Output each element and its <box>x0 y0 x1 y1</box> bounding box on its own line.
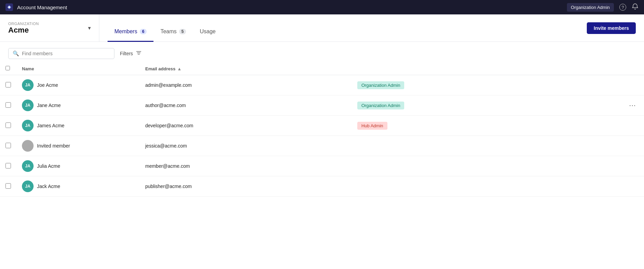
table-row: JAJack Acmepublisher@acme.com <box>0 176 644 197</box>
row-name-cell: JAJoe Acme <box>16 75 140 95</box>
table-row: JAJames Acmedeveloper@acme.comHub Admin <box>0 116 644 136</box>
col-header-role <box>352 62 560 75</box>
help-icon: ? <box>619 4 626 11</box>
search-input[interactable] <box>22 51 110 56</box>
row-badge-cell <box>352 156 560 176</box>
row-badge-cell <box>352 176 560 197</box>
member-name: James Acme <box>37 123 64 128</box>
row-checkbox[interactable] <box>5 143 11 148</box>
app-logo <box>5 3 13 11</box>
filters-label-text: Filters <box>120 51 133 56</box>
app-title: Account Management <box>17 4 67 10</box>
row-checkbox[interactable] <box>5 82 11 87</box>
avatar: JA <box>22 160 34 172</box>
sort-icon: ▲ <box>177 66 182 71</box>
row-checkbox-cell <box>0 116 16 136</box>
tab-members-label: Members <box>114 28 137 35</box>
row-email-cell: developer@acme.com <box>140 116 352 136</box>
org-selector[interactable]: Organization Acme ▾ <box>0 14 99 42</box>
avatar: JA <box>22 120 34 131</box>
avatar <box>22 140 34 152</box>
row-name-cell: JAJane Acme <box>16 95 140 116</box>
table-row: JAJane Acmeauthor@acme.comOrganization A… <box>0 95 644 116</box>
org-info: Organization Acme <box>8 22 39 35</box>
chevron-down-icon: ▾ <box>88 25 91 31</box>
search-box: 🔍 <box>8 48 114 59</box>
notifications-button[interactable] <box>632 3 639 12</box>
row-badge-cell <box>352 136 560 156</box>
org-name: Acme <box>8 26 39 35</box>
row-actions-cell <box>560 75 644 95</box>
row-checkbox-cell <box>0 95 16 116</box>
members-table: Name Email address ▲ JAJoe Acmeadmin@exa… <box>0 62 644 197</box>
row-name-cell: Invited member <box>16 136 140 156</box>
row-checkbox-cell <box>0 136 16 156</box>
help-button[interactable]: ? <box>619 4 626 11</box>
role-badge: Organization Admin <box>357 81 404 89</box>
row-actions-cell <box>560 116 644 136</box>
top-nav-left: Account Management <box>5 3 67 11</box>
col-header-actions <box>560 62 644 75</box>
tab-teams-label: Teams <box>160 28 176 35</box>
filters-control[interactable]: Filters <box>120 50 142 57</box>
col-header-email: Email address ▲ <box>140 62 352 75</box>
search-filter-row: 🔍 Filters <box>0 42 644 62</box>
avatar: JA <box>22 100 34 111</box>
avatar: JA <box>22 79 34 91</box>
row-email-cell: jessica@acme.com <box>140 136 352 156</box>
tab-usage[interactable]: Usage <box>193 28 222 42</box>
row-email-cell: admin@example.com <box>140 75 352 95</box>
role-badge: Organization Admin <box>357 102 404 109</box>
member-name: Julia Acme <box>37 163 60 169</box>
member-name: Joe Acme <box>37 82 58 88</box>
row-more-button[interactable]: ⋯ <box>626 101 639 110</box>
tab-members-badge: 6 <box>140 29 147 34</box>
filter-icon <box>136 50 142 57</box>
col-header-check <box>0 62 16 75</box>
top-nav: Account Management Organization Admin ? <box>0 0 644 14</box>
top-nav-right: Organization Admin ? <box>567 3 639 12</box>
row-badge-cell: Organization Admin <box>352 75 560 95</box>
row-email-cell: author@acme.com <box>140 95 352 116</box>
invite-members-button[interactable]: Invite members <box>587 22 636 34</box>
svg-point-1 <box>8 6 10 8</box>
tab-usage-label: Usage <box>200 28 215 35</box>
role-badge: Hub Admin <box>357 122 387 130</box>
member-name: Invited member <box>37 143 70 149</box>
row-badge-cell: Hub Admin <box>352 116 560 136</box>
org-header: Organization Acme ▾ Members 6 Teams 5 Us… <box>0 14 644 42</box>
row-actions-cell <box>560 176 644 197</box>
row-email-cell: member@acme.com <box>140 156 352 176</box>
row-email-cell: publisher@acme.com <box>140 176 352 197</box>
row-actions-cell: ⋯ <box>560 95 644 116</box>
member-name: Jack Acme <box>37 184 60 189</box>
table-row: JAJoe Acmeadmin@example.comOrganization … <box>0 75 644 95</box>
row-name-cell: JAJames Acme <box>16 116 140 136</box>
row-checkbox[interactable] <box>5 183 11 189</box>
tab-bar: Members 6 Teams 5 Usage Invite members <box>99 14 644 42</box>
org-admin-button[interactable]: Organization Admin <box>567 3 614 12</box>
table-row: JAJulia Acmemember@acme.com <box>0 156 644 176</box>
row-actions-cell <box>560 136 644 156</box>
row-name-cell: JAJulia Acme <box>16 156 140 176</box>
search-icon: 🔍 <box>13 50 19 57</box>
member-name: Jane Acme <box>37 103 61 108</box>
row-checkbox[interactable] <box>5 163 11 168</box>
row-name-cell: JAJack Acme <box>16 176 140 197</box>
select-all-checkbox[interactable] <box>5 66 10 70</box>
tab-teams-badge: 5 <box>179 29 186 34</box>
row-checkbox-cell <box>0 75 16 95</box>
row-checkbox-cell <box>0 176 16 197</box>
row-checkbox[interactable] <box>5 102 11 108</box>
org-label: Organization <box>8 22 39 26</box>
tab-members[interactable]: Members 6 <box>108 28 153 42</box>
row-badge-cell: Organization Admin <box>352 95 560 116</box>
row-actions-cell <box>560 156 644 176</box>
row-checkbox-cell <box>0 156 16 176</box>
avatar: JA <box>22 180 34 192</box>
bell-icon <box>632 3 639 12</box>
row-checkbox[interactable] <box>5 122 11 128</box>
tab-teams[interactable]: Teams 5 <box>153 28 193 42</box>
col-header-name: Name <box>16 62 140 75</box>
table-row: Invited memberjessica@acme.com <box>0 136 644 156</box>
